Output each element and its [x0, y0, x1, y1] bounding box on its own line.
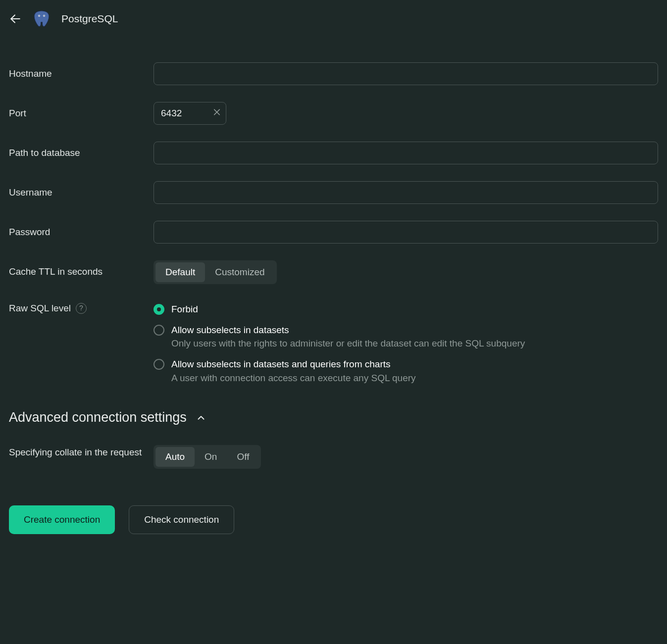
radio-unchecked-icon: [154, 325, 164, 336]
raw-sql-forbid-radio[interactable]: Forbid: [154, 303, 658, 316]
clear-port-icon[interactable]: [212, 108, 221, 119]
raw-sql-subselects-radio[interactable]: Allow subselects in datasets Only users …: [154, 324, 658, 350]
raw-sql-subselects-label: Allow subselects in datasets: [171, 324, 525, 337]
collate-label: Specifying collate in the request: [9, 445, 144, 459]
path-label: Path to database: [9, 142, 144, 159]
username-input[interactable]: [154, 181, 658, 204]
raw-sql-label: Raw SQL level: [9, 302, 71, 315]
collate-auto-button[interactable]: Auto: [155, 447, 195, 467]
password-input[interactable]: [154, 221, 658, 244]
password-label: Password: [9, 221, 144, 239]
username-label: Username: [9, 181, 144, 199]
advanced-settings-title: Advanced connection settings: [9, 410, 187, 425]
collate-on-button[interactable]: On: [195, 447, 227, 467]
port-label: Port: [9, 102, 144, 120]
path-input[interactable]: [154, 142, 658, 164]
collate-off-button[interactable]: Off: [227, 447, 259, 467]
postgresql-icon: [32, 9, 51, 29]
cache-ttl-label: Cache TTL in seconds: [9, 260, 144, 278]
cache-ttl-segmented: Default Customized: [154, 260, 277, 284]
collate-segmented: Auto On Off: [154, 445, 261, 469]
raw-sql-forbid-label: Forbid: [171, 303, 198, 316]
hostname-label: Hostname: [9, 62, 144, 80]
svg-point-3: [39, 15, 40, 16]
create-connection-button[interactable]: Create connection: [9, 505, 115, 534]
chevron-up-icon: [196, 412, 206, 423]
page-title: PostgreSQL: [61, 13, 118, 25]
advanced-settings-toggle[interactable]: Advanced connection settings: [9, 410, 658, 425]
hostname-input[interactable]: [154, 62, 658, 85]
radio-checked-icon: [154, 304, 164, 315]
raw-sql-subselects-charts-desc: A user with connection access can execut…: [171, 372, 416, 385]
check-connection-button[interactable]: Check connection: [129, 505, 234, 534]
cache-ttl-default-button[interactable]: Default: [155, 262, 205, 282]
cache-ttl-custom-button[interactable]: Customized: [205, 262, 274, 282]
back-arrow-icon[interactable]: [9, 12, 22, 25]
raw-sql-subselects-charts-radio[interactable]: Allow subselects in datasets and queries…: [154, 358, 658, 384]
svg-point-4: [44, 15, 45, 16]
help-icon[interactable]: ?: [76, 303, 87, 314]
raw-sql-subselects-desc: Only users with the rights to administer…: [171, 337, 525, 350]
radio-unchecked-icon: [154, 359, 164, 370]
raw-sql-subselects-charts-label: Allow subselects in datasets and queries…: [171, 358, 416, 371]
